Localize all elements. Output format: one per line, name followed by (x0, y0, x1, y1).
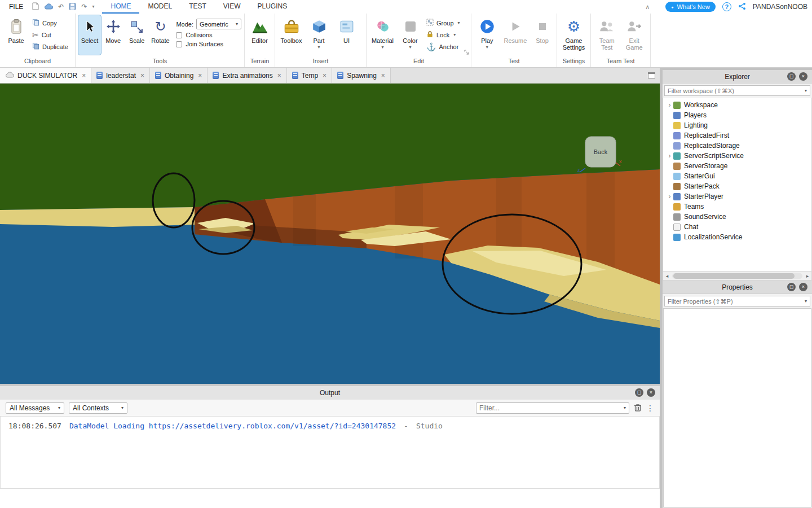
game-settings-button[interactable]: ⚙ Game Settings (560, 15, 588, 55)
lock-dropdown-icon[interactable]: ▾ (453, 32, 456, 37)
resume-button[interactable]: Resume (501, 15, 530, 55)
play-dropdown-icon[interactable]: ▾ (486, 45, 488, 50)
close-tab-icon[interactable]: × (323, 72, 326, 80)
paste-button[interactable]: Paste (3, 15, 29, 55)
ribbon-tab-home[interactable]: HOME (102, 0, 139, 14)
terrain-editor-button[interactable]: Editor (248, 15, 272, 55)
file-menu[interactable]: FILE (0, 3, 32, 11)
explorer-item-starterpack[interactable]: StarterPack (663, 181, 811, 191)
explorer-item-players[interactable]: Players (663, 110, 811, 120)
message-filter-dropdown[interactable]: All Messages ▾ (6, 402, 64, 414)
explorer-item-replicatedstorage[interactable]: ReplicatedStorage (663, 141, 811, 151)
explorer-tree[interactable]: › Workspace Players Lighting ReplicatedF… (663, 98, 812, 271)
chevron-down-icon[interactable]: ▾ (805, 88, 807, 93)
group-button[interactable]: Group ▾ (425, 17, 462, 28)
explorer-item-startergui[interactable]: StarterGui (663, 171, 811, 181)
explorer-item-starterplayer[interactable]: › StarterPlayer (663, 191, 811, 202)
explorer-item-soundservice[interactable]: SoundService (663, 212, 811, 222)
output-menu-icon[interactable]: ⋮ (646, 404, 654, 413)
explorer-filter-input[interactable] (668, 87, 805, 94)
close-tab-icon[interactable]: × (140, 72, 144, 80)
explorer-item-teams[interactable]: Teams (663, 202, 811, 212)
close-tab-icon[interactable]: × (198, 72, 202, 80)
collisions-checkbox[interactable]: Collisions (176, 32, 241, 38)
anchor-button[interactable]: ⚓ Anchor (425, 41, 462, 52)
part-dropdown-icon[interactable]: ▾ (317, 45, 320, 50)
ribbon-tab-plugins[interactable]: PLUGINS (249, 0, 296, 14)
output-log[interactable]: 18:08:26.507 DataModel Loading https://a… (0, 417, 660, 489)
doc-tab-duck-simulator[interactable]: DUCK SIMULATOR × (0, 68, 91, 83)
explorer-item-lighting[interactable]: Lighting (663, 120, 811, 130)
color-dropdown-icon[interactable]: ▾ (409, 45, 411, 50)
material-dropdown-icon[interactable]: ▾ (381, 45, 383, 50)
undo-icon[interactable]: ↶ (58, 3, 64, 10)
float-panel-icon[interactable]: ◻ (635, 388, 643, 397)
copy-button[interactable]: Copy (30, 17, 70, 28)
share-icon[interactable] (738, 2, 746, 12)
group-dropdown-icon[interactable]: ▾ (458, 20, 460, 25)
properties-filter-input[interactable] (668, 298, 805, 305)
color-button[interactable]: Color ▾ (397, 15, 423, 55)
close-tab-icon[interactable]: × (277, 72, 281, 80)
mode-dropdown[interactable]: Geometric ▾ (196, 19, 241, 29)
team-test-button[interactable]: Team Test (594, 15, 620, 55)
chevron-down-icon[interactable]: ▾ (624, 405, 626, 410)
new-file-icon[interactable] (32, 2, 39, 11)
ui-button[interactable]: UI (333, 15, 360, 55)
username[interactable]: PANDASonNOOB (753, 3, 807, 11)
edit-dialog-launcher-icon[interactable] (464, 49, 469, 56)
doc-tab-spawning[interactable]: Spawning × (332, 68, 391, 83)
doc-tab-leaderstat[interactable]: leaderstat × (91, 68, 150, 83)
scale-tool-button[interactable]: Scale (126, 15, 148, 55)
exit-game-button[interactable]: Exit Game (621, 15, 648, 55)
viewport-3d-scene[interactable]: Back z x (0, 84, 660, 384)
explorer-item-serverscriptservice[interactable]: › ServerScriptService (663, 151, 811, 161)
redo-icon[interactable]: ↷ (81, 3, 87, 10)
join-surfaces-checkbox[interactable]: Join Surfaces (176, 41, 241, 47)
close-panel-icon[interactable]: × (799, 283, 807, 291)
quick-access-caret-icon[interactable]: ▾ (92, 3, 94, 10)
scrollbar-track[interactable] (672, 273, 802, 279)
output-filter-input[interactable] (479, 404, 624, 412)
explorer-item-workspace[interactable]: › Workspace (663, 100, 811, 110)
rotate-tool-button[interactable]: ↻ Rotate (149, 15, 172, 55)
publish-cloud-icon[interactable] (44, 3, 53, 11)
select-tool-button[interactable]: Select (78, 15, 101, 55)
float-viewport-icon[interactable] (648, 72, 655, 78)
float-panel-icon[interactable]: ◻ (787, 72, 796, 81)
help-icon[interactable]: ? (722, 2, 731, 11)
expand-caret-icon[interactable]: › (666, 152, 673, 160)
whats-new-button[interactable]: ● What's New (665, 2, 716, 12)
explorer-item-serverstorage[interactable]: ServerStorage (663, 161, 811, 171)
part-button[interactable]: Part ▾ (306, 15, 332, 55)
doc-tab-obtaining[interactable]: Obtaining × (150, 68, 208, 83)
doc-tab-temp[interactable]: Temp × (287, 68, 332, 83)
doc-tab-extra-animations[interactable]: Extra animations × (208, 68, 286, 83)
ribbon-tab-model[interactable]: MODEL (139, 0, 180, 14)
properties-body[interactable] (663, 308, 811, 507)
toolbox-button[interactable]: Toolbox (278, 15, 304, 55)
close-panel-icon[interactable]: × (799, 72, 807, 81)
explorer-item-chat[interactable]: Chat (663, 222, 811, 232)
expand-caret-icon[interactable]: › (666, 192, 673, 200)
scrollbar-thumb[interactable] (673, 273, 795, 279)
duplicate-button[interactable]: Duplicate (30, 41, 70, 52)
float-panel-icon[interactable]: ◻ (787, 283, 796, 291)
close-tab-icon[interactable]: × (82, 72, 86, 80)
scroll-right-icon[interactable]: ▸ (804, 273, 811, 279)
cut-button[interactable]: ✂ Cut (30, 29, 70, 40)
explorer-horizontal-scrollbar[interactable]: ◂ ▸ (663, 271, 812, 281)
stop-button[interactable]: Stop (531, 15, 554, 55)
viewport-3d[interactable]: Back z x (0, 84, 660, 384)
ribbon-tab-view[interactable]: VIEW (215, 0, 249, 14)
scroll-left-icon[interactable]: ◂ (663, 273, 671, 279)
close-tab-icon[interactable]: × (381, 72, 385, 80)
collapse-ribbon-icon[interactable]: ∧ (645, 3, 650, 11)
context-filter-dropdown[interactable]: All Contexts ▾ (69, 402, 127, 414)
explorer-item-replicatedfirst[interactable]: ReplicatedFirst (663, 130, 811, 141)
play-button[interactable]: Play ▾ (474, 15, 500, 55)
material-button[interactable]: Material ▾ (369, 15, 396, 55)
explorer-item-localizationservice[interactable]: LocalizationService (663, 232, 811, 242)
chevron-down-icon[interactable]: ▾ (805, 299, 807, 304)
ribbon-tab-test[interactable]: TEST (180, 0, 215, 14)
